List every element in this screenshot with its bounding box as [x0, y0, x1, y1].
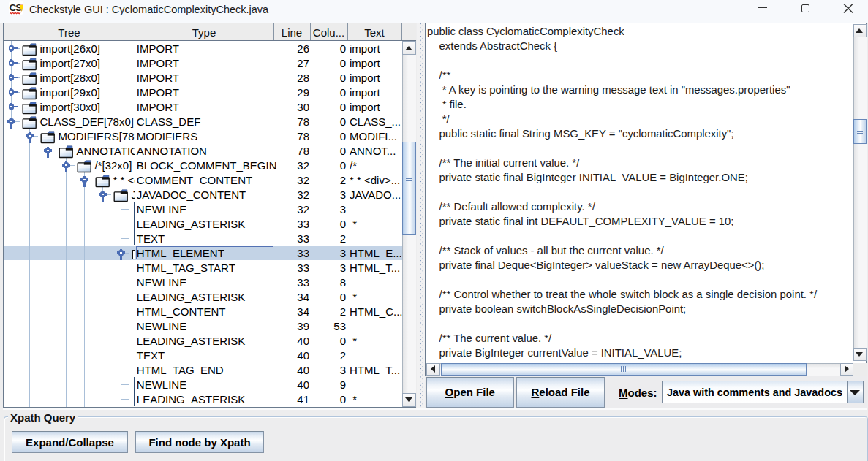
svg-text:CS: CS: [10, 2, 23, 13]
